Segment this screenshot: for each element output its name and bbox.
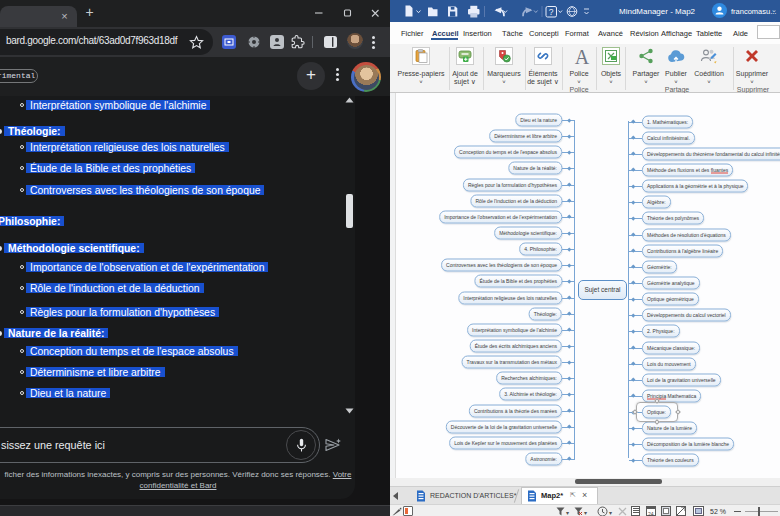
svg-text:?: ? <box>549 7 554 17</box>
